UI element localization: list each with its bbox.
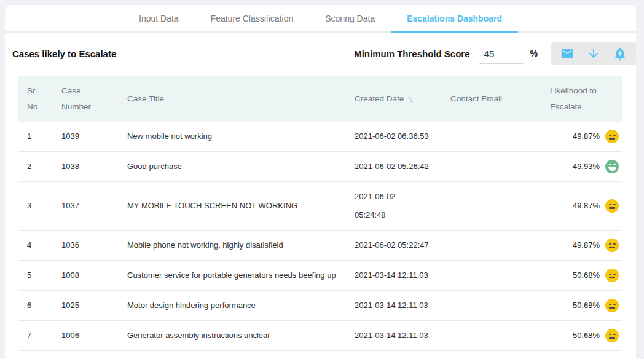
case-title-cell: Motor design hindering performance [119,291,346,321]
dashboard-card: Input Data Feature Classification Scorin… [5,5,636,359]
sr-no-cell: 1 [18,122,53,152]
likelihood-cell: 49.87% [534,122,622,152]
threshold-control: Minimum Threshold Score % [354,42,636,65]
created-date-cell: 2021-06-02 05:24:48 [346,182,442,231]
created-date-cell: 2021-06-02 06:36:53 [346,122,442,152]
likelihood-cell: 50.68% [534,291,622,321]
case-number-cell: 1006 [53,321,119,351]
download-icon[interactable] [587,47,600,60]
sr-no-cell: 6 [18,291,53,321]
sort-icon[interactable]: ↑↓ [407,92,412,108]
created-date-cell: 2021-03-14 12:11:03 [346,291,442,321]
likelihood-cell: 50.68% [534,261,622,291]
column-header-case-number: Case Number [53,76,119,122]
case-title-cell: New mobile not working [119,122,346,152]
sentiment-emoji-icon [605,299,619,312]
contact-email-cell [442,231,534,261]
column-header-contact-email: Contact Email [442,76,534,122]
created-date-cell: 2021-03-14 12:11:03 [346,261,442,291]
case-title-cell: MY MOBILE TOUCH SCREEN NOT WORKING [119,182,346,231]
case-number-cell: 1025 [53,291,119,321]
sentiment-emoji-icon [605,329,619,342]
action-icon-group [551,42,636,65]
sr-no-cell: 7 [18,321,53,351]
likelihood-cell: 49.87% [534,231,622,261]
column-header-case-title: Case Title [119,76,346,122]
table-row: 1 1039 New mobile not working 2021-06-02… [18,122,622,152]
case-title-cell: Good purchase [119,152,346,182]
add-alert-icon[interactable] [613,47,627,60]
tab-feature-classification[interactable]: Feature Classification [195,5,310,31]
table-row: 2 1038 Good purchase 2021-06-02 05:26:42… [18,152,622,182]
case-number-cell: 1008 [53,261,119,291]
contact-email-cell [442,261,534,291]
table-row: 4 1036 Mobile phone not working, highly … [18,231,622,261]
threshold-input[interactable] [479,44,524,64]
case-title-cell: Mobile phone not working, highly disatis… [119,231,346,261]
created-date-label: Created Date [355,94,404,103]
contact-email-cell [442,122,534,152]
sentiment-emoji-icon [605,239,619,252]
tab-input-data[interactable]: Input Data [123,5,195,31]
sr-no-cell: 2 [18,152,53,182]
table-row: 7 1006 Generator assembly instructions u… [18,321,622,351]
created-date-cell: 2021-06-02 05:26:42 [346,152,442,182]
case-number-cell: 1037 [53,182,119,231]
likelihood-cell: 49.93% [534,152,622,182]
created-date-cell: 2021-06-02 05:22:47 [346,231,442,261]
contact-email-cell [442,182,534,231]
case-number-cell: 1038 [53,152,119,182]
sentiment-emoji-icon [605,199,619,213]
email-icon[interactable] [560,47,574,60]
sentiment-emoji-icon [605,130,619,143]
likelihood-cell: 50.68% [534,321,622,351]
tab-escalations-dashboard[interactable]: Escalations Dashboard [391,5,518,31]
table-row: 6 1025 Motor design hindering performanc… [18,291,622,321]
sentiment-emoji-icon [605,269,619,282]
sentiment-emoji-icon [605,160,619,173]
table-header-row: Sr. No Case Number Case Title Created Da… [18,76,622,122]
created-date-cell: 2021-03-14 12:11:03 [346,321,442,351]
column-header-created-date: Created Date↑↓ [346,76,442,122]
case-title-cell: Customer service for portable generators… [119,261,346,291]
contact-email-cell [442,152,534,182]
escalation-cases-table: Sr. No Case Number Case Title Created Da… [18,76,622,351]
tab-scoring-data[interactable]: Scoring Data [309,5,391,31]
sr-no-cell: 3 [18,182,53,231]
percent-unit-label: % [530,49,538,58]
case-number-cell: 1036 [53,231,119,261]
threshold-label: Minimum Threshold Score [354,49,469,59]
tab-bar: Input Data Feature Classification Scorin… [5,5,636,33]
likelihood-cell: 49.87% [534,182,622,231]
contact-email-cell [442,321,534,351]
table-row: 3 1037 MY MOBILE TOUCH SCREEN NOT WORKIN… [18,182,622,231]
contact-email-cell [442,291,534,321]
case-number-cell: 1039 [53,122,119,152]
page-title: Cases likely to Escalate [12,49,116,59]
case-title-cell: Generator assembly instructions unclear [119,321,346,351]
page-background: Input Data Feature Classification Scorin… [0,0,644,359]
table-row: 5 1008 Customer service for portable gen… [18,261,622,291]
sr-no-cell: 4 [18,231,53,261]
toolbar: Cases likely to Escalate Minimum Thresho… [5,33,636,73]
column-header-likelihood: Likelihood to Escalate [534,76,622,122]
column-header-sr-no: Sr. No [18,76,53,122]
sr-no-cell: 5 [18,261,53,291]
